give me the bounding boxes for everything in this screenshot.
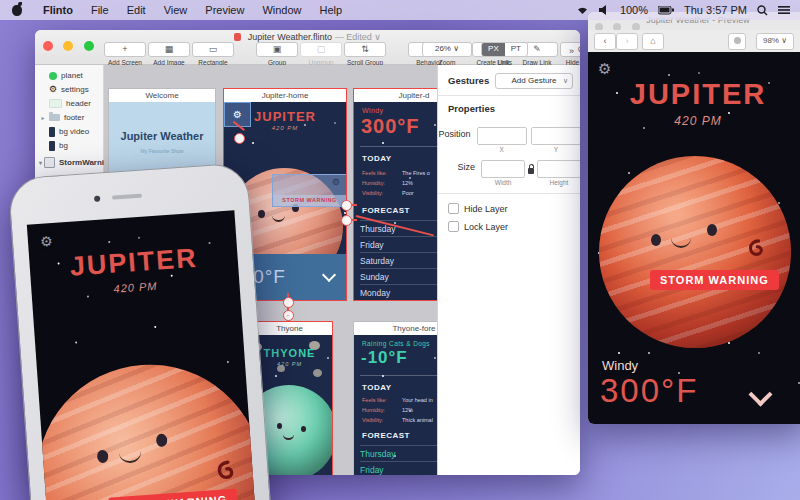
layer-bg-video[interactable]: bg video [35,125,103,138]
screen-label[interactable]: Thyone [247,322,332,335]
window-header: Jupiter Weather.flinto — Edited ∨ + Add … [35,30,580,65]
screen-jupiter-detail[interactable]: Jupiter-d Windy 300°F TODAY Feels like:T… [353,88,437,301]
lock-aspect-icon[interactable] [528,168,534,174]
layer-planet[interactable]: planet [35,69,103,82]
layer-stormwarning[interactable]: ▾ StormWarning [35,156,103,169]
screen-label[interactable]: Jupiter-d [354,89,437,102]
spotlight-search-icon[interactable] [757,5,768,16]
units-px[interactable]: PX [482,43,505,56]
forecast-day[interactable]: Sunday [360,268,437,282]
menu-file[interactable]: File [82,4,118,16]
add-gesture-dropdown[interactable]: Add Gesture ∨ [495,73,573,89]
chevron-down-icon[interactable] [748,382,772,406]
menu-view[interactable]: View [155,4,197,16]
today-row: Feels like:Your head in [362,397,437,403]
gear-icon: ⚙ [233,109,242,120]
forward-button[interactable]: › [616,33,638,50]
storm-spiral-icon [746,238,764,260]
screen-thyone-forecast[interactable]: Thyone-fore Raining Cats & Dogs -10°F TO… [353,321,437,475]
preview-screen: ⚙ JUPITER 420 PM STORM WARNING Windy 300… [588,52,800,424]
layer-settings[interactable]: ⚙ settings [35,83,103,96]
stormwarning-selection-overlay[interactable]: ⚙ STORM WARNING [272,174,346,207]
stars [354,102,356,104]
front-camera [94,195,100,201]
position-x-field[interactable] [477,127,527,145]
selection-caption: STORM WARNING [273,195,346,206]
link-back-node[interactable]: ← [283,310,294,321]
add-screen-button[interactable]: + Add Screen [104,42,146,66]
add-image-button[interactable]: ▦ Add Image [148,42,190,66]
preview-zoom-control[interactable]: 98% ∨ [756,33,794,50]
gear-layer-icon: ⚙ [49,85,57,94]
group-button[interactable]: ▣ Group [256,42,298,66]
screen-label[interactable]: Jupiter-home [224,89,346,102]
menu-bar: Flinto File Edit View Preview Window Hel… [0,0,800,20]
today-row: Feels like:The Fires o [362,170,437,176]
size-width-field[interactable] [481,160,525,178]
link-node[interactable] [341,200,352,211]
rectangle-button[interactable]: ▭ Rectangle [192,42,234,66]
ungroup-button[interactable]: ▢ Ungroup [300,42,342,66]
zoom-value[interactable]: 26% ∨ [422,42,472,57]
detail-condition: Windy [362,107,383,114]
forecast-day[interactable]: Saturday [360,252,437,266]
menu-clock[interactable]: Thu 3:57 PM [684,4,747,16]
iphone-screen: ⚙ JUPITER 420 PM STORM WARNING [27,210,261,500]
menu-flinto[interactable]: Flinto [34,4,82,16]
link-node[interactable] [341,215,352,226]
back-button[interactable]: ‹ [594,33,616,50]
layer-footer[interactable]: ▸ footer [35,111,103,124]
stars [354,335,356,337]
layer-bg[interactable]: bg [35,139,103,152]
today-heading: TODAY [362,383,392,392]
apple-menu-icon[interactable] [12,5,22,16]
lock-layer-checkbox[interactable]: Lock Layer [448,221,580,232]
zoom-control[interactable]: 26% ∨ Zoom [422,42,472,66]
menu-preview[interactable]: Preview [196,4,253,16]
hide-layer-checkbox[interactable]: Hide Layer [448,203,580,214]
gear-icon[interactable]: ⚙ [598,60,611,78]
units-control: PX PT Units [481,42,528,66]
volume-icon[interactable] [599,5,610,15]
close-button[interactable] [43,41,53,51]
preview-condition: Windy [602,358,638,373]
menu-window[interactable]: Window [253,4,310,16]
scroll-group-button[interactable]: ⇅ Scroll Group [344,42,386,66]
chevron-down-icon[interactable] [322,268,336,282]
video-layer-icon [49,127,55,137]
link-node[interactable] [234,133,245,144]
menu-edit[interactable]: Edit [118,4,155,16]
restart-button[interactable]: ⌂ [642,33,664,50]
position-label: Position [438,127,471,139]
screen-label[interactable]: Thyone-fore [354,322,437,335]
screen-label[interactable]: Welcome [109,89,215,102]
menu-help[interactable]: Help [311,4,352,16]
disclosure-triangle-icon[interactable]: ▾ [39,159,42,166]
record-button[interactable] [728,33,746,50]
properties-heading: Properties [448,103,580,114]
raining-animal-sprite [313,369,322,377]
checkbox-icon [448,203,459,214]
gear-icon[interactable]: ⚙ [39,233,53,250]
minimize-button[interactable] [63,41,73,51]
today-row: Visibility:Poor [362,190,437,196]
disclosure-triangle-icon[interactable]: ▸ [39,114,47,121]
stars [588,52,590,54]
forecast-day[interactable]: Friday [360,236,437,250]
toolbar-overflow-button[interactable]: » [569,46,574,56]
forecast-day[interactable]: Thursday [360,445,437,459]
today-heading: TODAY [362,154,392,163]
layer-header[interactable]: header [35,97,103,110]
wifi-icon[interactable] [576,5,589,15]
link-node[interactable] [283,297,294,308]
notification-center-icon[interactable] [778,5,790,15]
position-y-field[interactable] [531,127,580,145]
storm-spiral-icon [214,459,236,484]
storm-warning-badge: STORM WARNING [650,270,779,290]
units-pt[interactable]: PT [505,43,527,56]
zoom-window-button[interactable] [84,41,94,51]
forecast-day[interactable]: Friday [360,461,437,475]
forecast-day[interactable]: Monday [360,284,437,298]
size-height-field[interactable] [537,160,580,178]
planet-layer-icon [49,72,57,80]
